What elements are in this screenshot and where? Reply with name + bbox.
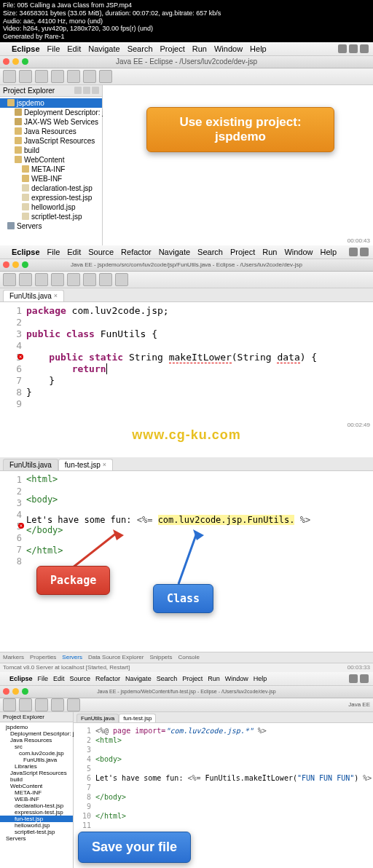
tab-markers[interactable]: Markers (3, 654, 24, 660)
perspective-switcher[interactable]: Java EE (348, 701, 370, 708)
tab-datasource[interactable]: Data Source Explorer (88, 654, 144, 660)
zoom-button[interactable] (22, 58, 28, 65)
tree-item[interactable]: Deployment Descriptor: jspdemo (0, 108, 102, 117)
tree-item[interactable]: src (0, 743, 73, 750)
toolbar-button[interactable] (51, 698, 64, 711)
menu-window[interactable]: Window (214, 44, 243, 53)
tab-funutils[interactable]: FunUtils.java (3, 459, 58, 470)
menu-run[interactable]: Run (262, 248, 277, 256)
tree-item[interactable]: declaration-test.jsp (0, 802, 73, 809)
menu-help[interactable]: Help (321, 248, 337, 256)
server-status[interactable]: Tomcat v8.0 Server at localhost [Started… (3, 664, 130, 671)
tab-funtest[interactable]: fun-test.jsp× (58, 459, 113, 470)
minimize-button[interactable] (12, 58, 19, 65)
tree-item[interactable]: declaration-test.jsp (0, 184, 102, 193)
tree-item[interactable]: com.luv2code.jsp (0, 750, 73, 757)
tree-item[interactable]: Libraries (0, 763, 73, 770)
tray-icon[interactable] (360, 674, 369, 683)
menu-eclipse[interactable]: Eclipse (12, 44, 40, 53)
menu-help[interactable]: Help (254, 675, 267, 682)
toolbar-button[interactable] (99, 273, 112, 286)
menu-icon[interactable] (92, 87, 99, 94)
tree-item[interactable]: build (0, 776, 73, 783)
tree-item[interactable]: FunUtils.java (0, 757, 73, 763)
toolbar-button[interactable] (51, 70, 64, 83)
tree-item[interactable]: META-INF (0, 165, 102, 174)
tray-icon[interactable] (349, 248, 358, 256)
toolbar-button[interactable] (83, 70, 96, 83)
tree-root[interactable]: jspdemo (0, 724, 73, 730)
tree-project-root[interactable]: jspdemo (0, 98, 102, 108)
menu-project[interactable]: Project (160, 44, 185, 53)
tree-item[interactable]: Java Resources (0, 737, 73, 743)
tree-item[interactable]: WebContent (0, 155, 102, 165)
toolbar-button[interactable] (115, 273, 128, 286)
tree-item[interactable]: WEB-INF (0, 174, 102, 184)
menu-search[interactable]: Search (157, 675, 178, 682)
menu-file[interactable]: File (47, 44, 60, 53)
code-editor[interactable]: 1234×56789 package com.luv2code.jsp; pub… (0, 302, 373, 413)
tray-icon-2[interactable] (360, 44, 369, 53)
tree-servers[interactable]: Servers (0, 835, 73, 842)
menu-file[interactable]: File (38, 675, 49, 682)
menu-edit[interactable]: Edit (67, 248, 81, 256)
toolbar-button[interactable] (83, 273, 96, 286)
menu-run[interactable]: Run (208, 675, 220, 682)
toolbar-button[interactable] (51, 273, 64, 286)
tree-item[interactable]: WEB-INF (0, 796, 73, 802)
menu-source[interactable]: Source (88, 248, 114, 256)
close-icon[interactable]: × (54, 292, 58, 299)
close-button[interactable] (3, 58, 9, 65)
tray-icon[interactable] (349, 44, 358, 53)
menu-navigate[interactable]: Navigate (88, 44, 119, 53)
menu-search[interactable]: Search (197, 248, 223, 256)
menu-navigate[interactable]: Navigate (125, 675, 152, 682)
menu-project[interactable]: Project (230, 248, 255, 256)
toolbar-button[interactable] (3, 273, 16, 286)
tree-item[interactable]: scriptlet-test.jsp (0, 829, 73, 835)
zoom-button[interactable] (22, 688, 28, 695)
tree-item[interactable]: META-INF (0, 789, 73, 796)
toolbar-button[interactable] (67, 70, 80, 83)
tree-item[interactable]: JavaScript Resources (0, 770, 73, 776)
code-text[interactable]: <%@ page import="com.luv2code.jsp.*" %> … (95, 726, 373, 830)
toolbar-button[interactable] (67, 698, 80, 711)
menu-refactor[interactable]: Refactor (95, 675, 120, 682)
tree-item[interactable]: JavaScript Resources (0, 136, 102, 146)
link-icon[interactable] (83, 87, 90, 94)
minimize-button[interactable] (12, 261, 19, 268)
tree-item[interactable]: expression-test.jsp (0, 809, 73, 816)
menu-navigate[interactable]: Navigate (159, 248, 190, 256)
tree-item[interactable]: helloworld.jsp (0, 202, 102, 212)
toolbar-button[interactable] (19, 698, 32, 711)
minimize-button[interactable] (12, 688, 19, 695)
toolbar-button[interactable] (67, 273, 80, 286)
tab-snippets[interactable]: Snippets (149, 654, 172, 660)
close-button[interactable] (3, 688, 9, 695)
error-marker-icon[interactable]: × (18, 523, 24, 529)
menu-eclipse[interactable]: Eclipse (9, 675, 33, 682)
menu-window[interactable]: Window (225, 675, 248, 682)
tree-item[interactable]: WebContent (0, 783, 73, 789)
close-icon[interactable]: × (103, 461, 106, 468)
code-editor-4[interactable]: 1234567891011 <%@ page import="com.luv2c… (74, 723, 373, 833)
menu-edit[interactable]: Edit (53, 675, 65, 682)
tree-item[interactable]: scriptlet-test.jsp (0, 212, 102, 221)
menu-run[interactable]: Run (192, 44, 207, 53)
menu-search[interactable]: Search (127, 44, 153, 53)
evernote-icon[interactable] (338, 44, 347, 53)
tab-console[interactable]: Console (178, 654, 200, 660)
tree-servers[interactable]: Servers (0, 221, 102, 231)
menu-project[interactable]: Project (182, 675, 203, 682)
toolbar-button[interactable] (19, 273, 32, 286)
tree-item[interactable]: helloworld.jsp (0, 822, 73, 829)
tray-icon[interactable] (360, 248, 369, 256)
code-editor-3[interactable]: 1234×5678 <html> <body> Let's have some … (0, 471, 373, 652)
close-button[interactable] (3, 261, 9, 268)
toolbar-button[interactable] (35, 273, 48, 286)
tree-item[interactable]: expression-test.jsp (0, 193, 102, 202)
code-text[interactable]: package com.luv2code.jsp; public class F… (26, 305, 373, 410)
tab-servers[interactable]: Servers (62, 654, 82, 660)
toolbar-button[interactable] (35, 70, 48, 83)
tray-icon[interactable] (349, 674, 358, 683)
